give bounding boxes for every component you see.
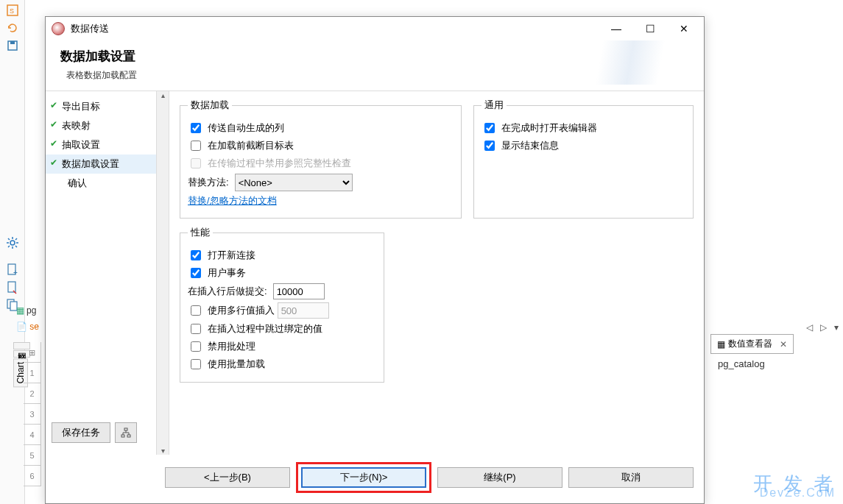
- row-gutter: ⊞123456: [24, 342, 41, 486]
- svg-rect-12: [127, 435, 130, 437]
- doc-add-icon[interactable]: +: [5, 262, 20, 277]
- svg-point-4: [10, 241, 15, 245]
- cb-user-tx[interactable]: 用户事务: [188, 266, 246, 280]
- cb-skip-bind[interactable]: 在插入过程中跳过绑定的值: [188, 322, 322, 336]
- cb-new-conn[interactable]: 打开新连接: [188, 248, 255, 263]
- watermark-subtext: DevZe.CoM: [760, 486, 836, 500]
- legend-performance: 性能: [188, 226, 213, 239]
- svg-rect-3: [10, 41, 15, 44]
- replace-method-label: 替换方法:: [188, 176, 229, 189]
- close-icon[interactable]: ✕: [780, 339, 787, 349]
- titlebar[interactable]: 数据传送 — ☐ ✕: [46, 17, 704, 40]
- app-icon: [52, 22, 65, 35]
- cb-multirow[interactable]: 使用多行值插入: [188, 303, 275, 318]
- back-button[interactable]: <上一步(B): [165, 467, 290, 488]
- cb-bulk-load[interactable]: 使用批量加载: [188, 357, 265, 372]
- next-button[interactable]: 下一步(N)>: [301, 467, 426, 488]
- close-button[interactable]: ✕: [667, 18, 701, 40]
- commit-input[interactable]: [273, 283, 325, 299]
- tree-icon: [121, 427, 131, 438]
- value-viewer-body: pg_catalog: [710, 354, 843, 374]
- continue-button[interactable]: 继续(P): [437, 467, 562, 488]
- right-panel: ◁ ▷ ▾ ▦ 数值查看器 ✕ pg_catalog: [710, 321, 843, 374]
- svg-text:S: S: [10, 7, 14, 15]
- nav-table-mapping[interactable]: 表映射: [46, 116, 156, 135]
- page-heading: 数据加载设置: [60, 48, 689, 65]
- svg-rect-7: [8, 282, 15, 292]
- nav-confirm[interactable]: 确认: [46, 174, 156, 193]
- value-viewer-label: 数值查看器: [728, 338, 772, 350]
- group-general: 通用 在完成时打开表编辑器 显示结束信息: [473, 99, 694, 219]
- gear-icon[interactable]: [5, 235, 20, 250]
- cancel-button[interactable]: 取消: [568, 467, 694, 488]
- commit-label: 在插入行后做提交:: [188, 285, 267, 298]
- panel-nav-arrows[interactable]: ◁ ▷ ▾: [710, 321, 843, 334]
- cb-open-editor[interactable]: 在完成时打开表编辑器: [482, 121, 597, 135]
- replace-doc-link[interactable]: 替换/忽略方法的文档: [188, 194, 277, 207]
- legend-general: 通用: [482, 99, 507, 112]
- settings-content: 数据加载 传送自动生成的列 在加载前截断目标表 在传输过程中禁用参照完整性检查 …: [169, 91, 704, 455]
- page-subtitle: 表格数据加载配置: [66, 69, 689, 82]
- legend-data-load: 数据加载: [188, 99, 232, 112]
- cb-autogen[interactable]: 传送自动生成的列: [188, 121, 284, 135]
- refresh-icon[interactable]: [5, 21, 20, 35]
- minimize-button[interactable]: —: [599, 18, 633, 40]
- nav-extract-settings[interactable]: 抽取设置: [46, 135, 156, 155]
- replace-method-select[interactable]: <None>: [235, 174, 353, 191]
- save-task-button[interactable]: 保存任务: [52, 422, 110, 443]
- save-icon[interactable]: [5, 38, 20, 53]
- maximize-button[interactable]: ☐: [633, 18, 667, 40]
- wizard-nav: 导出目标 表映射 抽取设置 数据加载设置 确认 保存任务: [46, 91, 169, 455]
- value-viewer-tab[interactable]: ▦ 数值查看器 ✕: [710, 334, 794, 354]
- dialog-title: 数据传送: [71, 22, 599, 35]
- svg-rect-11: [121, 435, 124, 437]
- multirow-input: [278, 302, 329, 319]
- new-sql-icon[interactable]: S: [5, 3, 20, 18]
- svg-rect-10: [124, 428, 127, 430]
- nav-load-settings[interactable]: 数据加载设置: [46, 155, 156, 174]
- cb-show-result[interactable]: 显示结束信息: [482, 138, 559, 153]
- dialog-footer: <上一步(B) 下一步(N)> 继续(P) 取消: [46, 455, 704, 503]
- svg-text:+: +: [13, 269, 18, 277]
- dialog-header: 数据加载设置 表格数据加载配置: [46, 40, 704, 90]
- bg-se-label[interactable]: 📄 se: [16, 322, 39, 332]
- group-data-load: 数据加载 传送自动生成的列 在加载前截断目标表 在传输过程中禁用参照完整性检查 …: [180, 99, 462, 219]
- group-performance: 性能 打开新连接 用户事务 在插入行后做提交: 使用多行值插入 在插入过程中跳过…: [180, 226, 384, 383]
- bg-pg-label[interactable]: pg: [16, 305, 36, 316]
- nav-export-target[interactable]: 导出目标: [46, 97, 156, 116]
- cb-truncate[interactable]: 在加载前截断目标表: [188, 138, 294, 153]
- doc-arrow-icon[interactable]: [5, 280, 20, 294]
- cb-disable-batch[interactable]: 禁用批处理: [188, 339, 255, 354]
- data-transfer-dialog: 数据传送 — ☐ ✕ 数据加载设置 表格数据加载配置 导出目标 表映射 抽取设置…: [45, 16, 705, 504]
- app-left-toolbar: S +: [0, 0, 25, 504]
- nav-scrollbar[interactable]: [156, 91, 169, 455]
- panel-icon: ▦: [717, 339, 725, 349]
- next-highlight: 下一步(N)>: [296, 462, 431, 493]
- save-task-menu-button[interactable]: [115, 422, 137, 443]
- cb-disable-ref: 在传输过程中禁用参照完整性检查: [188, 156, 351, 171]
